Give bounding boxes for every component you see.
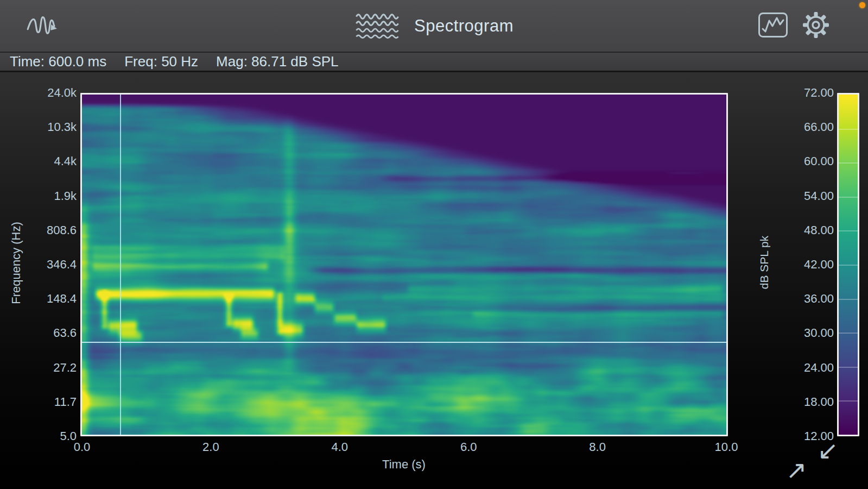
y-tick-label: 148.4 (47, 292, 77, 306)
app-title-group: Spectrogram (0, 0, 868, 52)
y-axis-title: Frequency (Hz) (9, 209, 23, 317)
colorbar-tick-line (839, 162, 858, 164)
colorbar-tick-label: 36.00 (804, 292, 834, 306)
x-tick-label: 8.0 (589, 440, 606, 454)
colorbar-tick-label: 18.00 (804, 395, 834, 409)
colorbar-tick-line (839, 230, 858, 231)
y-tick-label: 10.3k (47, 120, 77, 134)
colorbar-tick-line (839, 333, 858, 334)
collapse-arrow-icon[interactable]: ↙ (818, 438, 839, 463)
x-tick-label: 6.0 (460, 440, 477, 454)
colorbar-tick-label: 48.00 (804, 223, 834, 237)
signal-flow-icon[interactable] (25, 12, 60, 39)
x-tick-label: 2.0 (202, 440, 219, 454)
x-axis-title: Time (s) (350, 457, 458, 472)
recording-indicator-dot (859, 2, 865, 8)
y-tick-label: 63.6 (53, 326, 77, 340)
spectrogram-plot-frame (80, 93, 728, 436)
colorbar-tick-line (839, 265, 858, 266)
spectrogram-app: Spectrogram Time: 600.0 ms Freq: 50 Hz (0, 0, 868, 489)
colorbar-tick-label: 24.00 (804, 361, 834, 375)
settings-gear-icon[interactable] (802, 11, 830, 39)
y-tick-label: 27.2 (53, 361, 77, 375)
colorbar-tick-line (839, 400, 858, 402)
colorbar-tick-line (839, 367, 858, 368)
cursor-crosshair-vertical[interactable] (120, 95, 121, 435)
colorbar-tick-label: 30.00 (804, 326, 834, 340)
colorbar-tick-label: 60.00 (804, 154, 834, 168)
readout-time: Time: 600.0 ms (10, 53, 106, 70)
colorbar-tick-line (839, 129, 858, 130)
cursor-crosshair-horizontal[interactable] (82, 342, 726, 343)
x-tick-label: 10.0 (715, 440, 738, 454)
y-tick-label: 11.7 (54, 395, 77, 409)
spectrogram-waves-icon (354, 11, 400, 41)
colorbar-tick-label: 72.00 (804, 86, 834, 100)
colorbar[interactable] (837, 93, 859, 436)
cursor-readout-bar: Time: 600.0 ms Freq: 50 Hz Mag: 86.71 dB… (0, 53, 868, 72)
toolbar: Spectrogram (0, 0, 868, 53)
y-tick-label: 808.6 (47, 223, 77, 237)
colorbar-tick-label: 42.00 (804, 258, 834, 272)
colorbar-tick-label: 66.00 (804, 120, 834, 134)
x-tick-label: 4.0 (332, 440, 349, 454)
y-tick-label: 346.4 (47, 258, 77, 272)
expand-arrow-icon[interactable]: ↗ (786, 457, 807, 482)
readout-mag: Mag: 86.71 dB SPL (216, 53, 338, 70)
spectrogram-heatmap[interactable] (82, 95, 726, 435)
y-tick-label: 4.4k (54, 154, 77, 168)
page-title: Spectrogram (414, 16, 514, 36)
y-tick-label: 1.9k (54, 189, 77, 203)
colorbar-tick-label: 54.00 (804, 189, 834, 203)
readout-freq: Freq: 50 Hz (124, 53, 198, 70)
colorbar-tick-line (839, 299, 858, 300)
colorbar-title: dB SPL pk (758, 208, 771, 317)
level-chart-icon[interactable] (758, 12, 788, 38)
colorbar-tick-line (839, 197, 858, 198)
y-tick-label: 24.0k (47, 86, 77, 100)
x-tick-label: 0.0 (74, 440, 91, 454)
